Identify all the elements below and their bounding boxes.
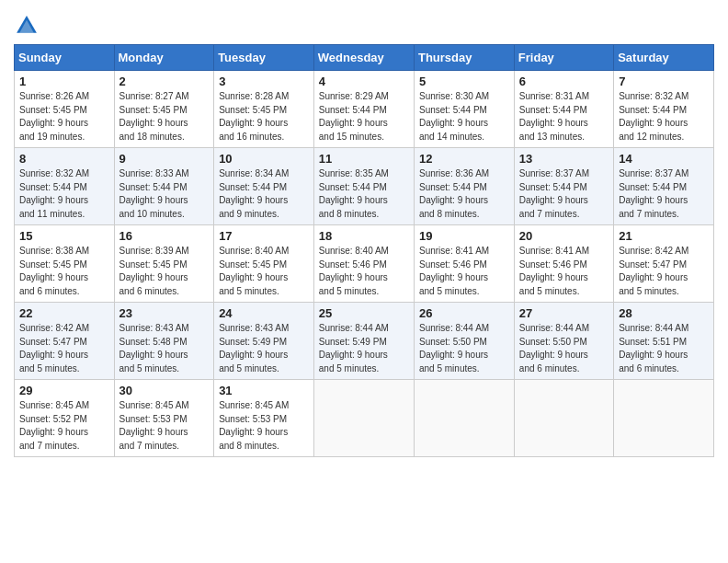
calendar-header-row: SundayMondayTuesdayWednesdayThursdayFrid… bbox=[15, 45, 714, 71]
day-info: Sunrise: 8:36 AMSunset: 5:44 PMDaylight:… bbox=[419, 167, 509, 221]
day-info: Sunrise: 8:38 AMSunset: 5:45 PMDaylight:… bbox=[19, 245, 109, 298]
day-number: 12 bbox=[419, 152, 509, 166]
day-info: Sunrise: 8:45 AMSunset: 5:53 PMDaylight:… bbox=[119, 399, 210, 453]
day-info: Sunrise: 8:41 AMSunset: 5:46 PMDaylight:… bbox=[419, 245, 509, 298]
calendar-day-2: 2Sunrise: 8:27 AMSunset: 5:45 PMDaylight… bbox=[114, 71, 214, 148]
calendar-day-28: 28Sunrise: 8:44 AMSunset: 5:51 PMDayligh… bbox=[614, 303, 714, 380]
day-info: Sunrise: 8:45 AMSunset: 5:53 PMDaylight:… bbox=[219, 399, 309, 453]
calendar-day-16: 16Sunrise: 8:39 AMSunset: 5:45 PMDayligh… bbox=[114, 225, 214, 303]
day-number: 20 bbox=[519, 229, 609, 243]
page-wrapper: SundayMondayTuesdayWednesdayThursdayFrid… bbox=[14, 9, 714, 457]
calendar-day-7: 7Sunrise: 8:32 AMSunset: 5:44 PMDaylight… bbox=[614, 71, 714, 148]
calendar-day-10: 10Sunrise: 8:34 AMSunset: 5:44 PMDayligh… bbox=[214, 148, 314, 225]
day-number: 5 bbox=[419, 75, 509, 88]
day-number: 16 bbox=[119, 229, 210, 243]
day-number: 29 bbox=[19, 384, 109, 397]
day-info: Sunrise: 8:26 AMSunset: 5:45 PMDaylight:… bbox=[19, 90, 109, 144]
day-info: Sunrise: 8:43 AMSunset: 5:49 PMDaylight:… bbox=[219, 322, 309, 375]
calendar-header-friday: Friday bbox=[514, 45, 613, 71]
calendar-day-17: 17Sunrise: 8:40 AMSunset: 5:45 PMDayligh… bbox=[214, 225, 314, 303]
day-number: 1 bbox=[19, 75, 109, 88]
day-info: Sunrise: 8:43 AMSunset: 5:48 PMDaylight:… bbox=[119, 322, 210, 375]
calendar-header-thursday: Thursday bbox=[414, 45, 514, 71]
calendar-day-3: 3Sunrise: 8:28 AMSunset: 5:45 PMDaylight… bbox=[214, 71, 314, 148]
day-info: Sunrise: 8:33 AMSunset: 5:44 PMDaylight:… bbox=[119, 167, 210, 221]
day-number: 26 bbox=[419, 306, 509, 320]
day-number: 27 bbox=[519, 306, 609, 320]
day-info: Sunrise: 8:44 AMSunset: 5:51 PMDaylight:… bbox=[619, 322, 709, 375]
calendar-empty-cell bbox=[614, 380, 714, 457]
day-info: Sunrise: 8:44 AMSunset: 5:50 PMDaylight:… bbox=[519, 322, 609, 375]
calendar-week-1: 1Sunrise: 8:26 AMSunset: 5:45 PMDaylight… bbox=[15, 71, 714, 148]
calendar-day-9: 9Sunrise: 8:33 AMSunset: 5:44 PMDaylight… bbox=[114, 148, 214, 225]
day-number: 4 bbox=[319, 75, 409, 88]
day-number: 9 bbox=[119, 152, 210, 166]
day-info: Sunrise: 8:37 AMSunset: 5:44 PMDaylight:… bbox=[619, 167, 709, 221]
day-number: 6 bbox=[519, 75, 609, 88]
day-number: 18 bbox=[319, 229, 409, 243]
day-info: Sunrise: 8:39 AMSunset: 5:45 PMDaylight:… bbox=[119, 245, 210, 298]
calendar-day-19: 19Sunrise: 8:41 AMSunset: 5:46 PMDayligh… bbox=[414, 225, 514, 303]
day-info: Sunrise: 8:32 AMSunset: 5:44 PMDaylight:… bbox=[619, 90, 709, 144]
calendar-day-8: 8Sunrise: 8:32 AMSunset: 5:44 PMDaylight… bbox=[15, 148, 115, 225]
calendar-header-tuesday: Tuesday bbox=[214, 45, 314, 71]
calendar-day-25: 25Sunrise: 8:44 AMSunset: 5:49 PMDayligh… bbox=[313, 303, 414, 380]
day-info: Sunrise: 8:37 AMSunset: 5:44 PMDaylight:… bbox=[519, 167, 609, 221]
calendar-day-30: 30Sunrise: 8:45 AMSunset: 5:53 PMDayligh… bbox=[114, 380, 214, 457]
day-number: 28 bbox=[619, 306, 709, 320]
day-number: 11 bbox=[319, 152, 409, 166]
calendar-day-6: 6Sunrise: 8:31 AMSunset: 5:44 PMDaylight… bbox=[514, 71, 613, 148]
calendar-day-26: 26Sunrise: 8:44 AMSunset: 5:50 PMDayligh… bbox=[414, 303, 514, 380]
calendar-week-4: 22Sunrise: 8:42 AMSunset: 5:47 PMDayligh… bbox=[15, 303, 714, 380]
day-number: 7 bbox=[619, 75, 709, 88]
day-info: Sunrise: 8:41 AMSunset: 5:46 PMDaylight:… bbox=[519, 245, 609, 298]
calendar-empty-cell bbox=[414, 380, 514, 457]
calendar-day-1: 1Sunrise: 8:26 AMSunset: 5:45 PMDaylight… bbox=[15, 71, 115, 148]
day-info: Sunrise: 8:40 AMSunset: 5:46 PMDaylight:… bbox=[319, 245, 409, 298]
calendar-day-24: 24Sunrise: 8:43 AMSunset: 5:49 PMDayligh… bbox=[214, 303, 314, 380]
day-info: Sunrise: 8:28 AMSunset: 5:45 PMDaylight:… bbox=[219, 90, 309, 144]
calendar-day-14: 14Sunrise: 8:37 AMSunset: 5:44 PMDayligh… bbox=[614, 148, 714, 225]
calendar-week-5: 29Sunrise: 8:45 AMSunset: 5:52 PMDayligh… bbox=[15, 380, 714, 457]
day-number: 19 bbox=[419, 229, 509, 243]
day-number: 21 bbox=[619, 229, 709, 243]
day-number: 14 bbox=[619, 152, 709, 166]
calendar-day-29: 29Sunrise: 8:45 AMSunset: 5:52 PMDayligh… bbox=[15, 380, 115, 457]
calendar-header-monday: Monday bbox=[114, 45, 214, 71]
day-info: Sunrise: 8:34 AMSunset: 5:44 PMDaylight:… bbox=[219, 167, 309, 221]
day-number: 13 bbox=[519, 152, 609, 166]
logo bbox=[14, 13, 43, 39]
day-info: Sunrise: 8:45 AMSunset: 5:52 PMDaylight:… bbox=[19, 399, 109, 453]
calendar-week-3: 15Sunrise: 8:38 AMSunset: 5:45 PMDayligh… bbox=[15, 225, 714, 303]
calendar-day-20: 20Sunrise: 8:41 AMSunset: 5:46 PMDayligh… bbox=[514, 225, 613, 303]
day-info: Sunrise: 8:32 AMSunset: 5:44 PMDaylight:… bbox=[19, 167, 109, 221]
day-info: Sunrise: 8:29 AMSunset: 5:44 PMDaylight:… bbox=[319, 90, 409, 144]
calendar-day-27: 27Sunrise: 8:44 AMSunset: 5:50 PMDayligh… bbox=[514, 303, 613, 380]
day-number: 31 bbox=[219, 384, 309, 397]
calendar-empty-cell bbox=[514, 380, 613, 457]
calendar-header-saturday: Saturday bbox=[614, 45, 714, 71]
day-number: 25 bbox=[319, 306, 409, 320]
calendar-day-18: 18Sunrise: 8:40 AMSunset: 5:46 PMDayligh… bbox=[313, 225, 414, 303]
day-number: 2 bbox=[119, 75, 210, 88]
day-info: Sunrise: 8:31 AMSunset: 5:44 PMDaylight:… bbox=[519, 90, 609, 144]
day-number: 23 bbox=[119, 306, 210, 320]
calendar-body: 1Sunrise: 8:26 AMSunset: 5:45 PMDaylight… bbox=[15, 71, 714, 457]
day-info: Sunrise: 8:40 AMSunset: 5:45 PMDaylight:… bbox=[219, 245, 309, 298]
calendar-day-23: 23Sunrise: 8:43 AMSunset: 5:48 PMDayligh… bbox=[114, 303, 214, 380]
day-number: 3 bbox=[219, 75, 309, 88]
header bbox=[14, 9, 714, 39]
calendar-day-5: 5Sunrise: 8:30 AMSunset: 5:44 PMDaylight… bbox=[414, 71, 514, 148]
day-number: 24 bbox=[219, 306, 309, 320]
calendar-day-31: 31Sunrise: 8:45 AMSunset: 5:53 PMDayligh… bbox=[214, 380, 314, 457]
day-number: 10 bbox=[219, 152, 309, 166]
day-info: Sunrise: 8:42 AMSunset: 5:47 PMDaylight:… bbox=[619, 245, 709, 298]
day-info: Sunrise: 8:44 AMSunset: 5:49 PMDaylight:… bbox=[319, 322, 409, 375]
day-number: 17 bbox=[219, 229, 309, 243]
calendar-day-4: 4Sunrise: 8:29 AMSunset: 5:44 PMDaylight… bbox=[313, 71, 414, 148]
calendar-empty-cell bbox=[313, 380, 414, 457]
calendar-table: SundayMondayTuesdayWednesdayThursdayFrid… bbox=[14, 44, 714, 457]
day-info: Sunrise: 8:27 AMSunset: 5:45 PMDaylight:… bbox=[119, 90, 210, 144]
calendar-day-13: 13Sunrise: 8:37 AMSunset: 5:44 PMDayligh… bbox=[514, 148, 613, 225]
day-number: 15 bbox=[19, 229, 109, 243]
